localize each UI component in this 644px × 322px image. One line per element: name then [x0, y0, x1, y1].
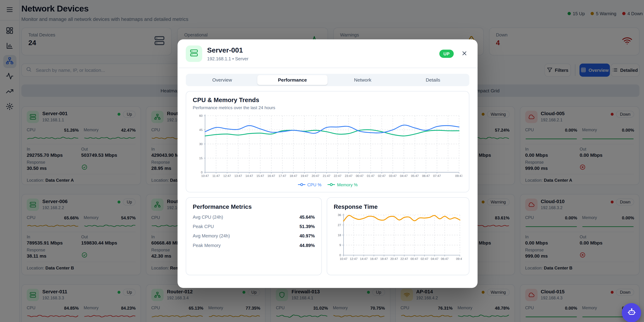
svg-text:19:47: 19:47	[301, 174, 308, 178]
svg-text:07:47: 07:47	[433, 174, 441, 178]
svg-text:04:47: 04:47	[431, 257, 438, 261]
metric-row: Avg Memory (24h)40.97%	[193, 233, 315, 238]
response-title: Response Time	[334, 203, 462, 210]
close-button[interactable]	[460, 48, 470, 59]
svg-text:45: 45	[199, 128, 202, 132]
modal-header: Server-001 192.168.1.1 • Server UP	[178, 39, 478, 68]
svg-text:23:47: 23:47	[345, 174, 352, 178]
metric-row: Avg CPU (24h)45.64%	[193, 215, 315, 220]
svg-text:02:47: 02:47	[421, 257, 428, 261]
svg-text:02:47: 02:47	[378, 174, 386, 178]
svg-text:00:47: 00:47	[410, 257, 418, 261]
cpu-memory-chart: 01530456010:4711:4712:4713:4714:4715:471…	[193, 112, 462, 181]
tab-details[interactable]: Details	[398, 75, 468, 85]
svg-text:0: 0	[201, 170, 202, 174]
app-viewport: Network Devices Monitor and manage all n…	[0, 0, 644, 322]
svg-text:03:47: 03:47	[389, 174, 396, 178]
svg-text:05:47: 05:47	[411, 174, 419, 178]
svg-text:17:47: 17:47	[278, 174, 286, 178]
legend-cpu[interactable]: CPU %	[298, 182, 322, 187]
modal-subtitle: 192.168.1.1 • Server	[207, 56, 434, 61]
assistant-fab-button[interactable]	[622, 303, 641, 322]
svg-text:14:47: 14:47	[245, 174, 253, 178]
bot-icon	[627, 308, 636, 318]
performance-metrics-panel: Performance Metrics Avg CPU (24h)45.64% …	[186, 197, 322, 275]
chart-legend: CPU % Memory %	[193, 182, 462, 189]
modal-title: Server-001	[207, 46, 434, 54]
svg-text:11:47: 11:47	[212, 174, 220, 178]
svg-text:15: 15	[199, 157, 202, 160]
device-detail-modal: Server-001 192.168.1.1 • Server UP Overv…	[178, 39, 478, 288]
svg-text:30: 30	[199, 142, 202, 146]
response-time-panel: Response Time 0918273610:4712:4714:4716:…	[327, 197, 470, 275]
svg-text:10:47: 10:47	[201, 174, 209, 178]
svg-text:60: 60	[199, 114, 202, 118]
svg-text:06:47: 06:47	[441, 257, 448, 261]
tab-performance[interactable]: Performance	[257, 75, 328, 85]
tab-overview[interactable]: Overview	[187, 75, 257, 85]
svg-text:14:47: 14:47	[360, 257, 368, 261]
metric-row: Peak Memory44.89%	[193, 243, 315, 248]
status-badge: UP	[439, 50, 454, 58]
trends-subtitle: Performance metrics over the last 24 hou…	[193, 105, 462, 110]
svg-text:09:47: 09:47	[455, 174, 462, 178]
svg-text:18:47: 18:47	[380, 257, 388, 261]
svg-text:18: 18	[338, 233, 341, 237]
svg-text:12:47: 12:47	[350, 257, 357, 261]
svg-text:9: 9	[340, 243, 341, 247]
svg-text:22:47: 22:47	[400, 257, 408, 261]
tab-network[interactable]: Network	[328, 75, 398, 85]
legend-memory[interactable]: Memory %	[327, 182, 358, 187]
svg-text:09:47: 09:47	[456, 257, 462, 261]
close-icon	[461, 50, 468, 58]
svg-text:22:47: 22:47	[334, 174, 342, 178]
svg-text:01:47: 01:47	[367, 174, 374, 178]
svg-text:15:47: 15:47	[256, 174, 264, 178]
device-type-icon	[186, 45, 202, 62]
svg-text:10:47: 10:47	[340, 257, 347, 261]
svg-text:06:47: 06:47	[422, 174, 430, 178]
modal-tabs: Overview Performance Network Details	[186, 74, 470, 86]
svg-text:20:47: 20:47	[312, 174, 319, 178]
svg-text:12:47: 12:47	[223, 174, 231, 178]
svg-text:16:47: 16:47	[370, 257, 378, 261]
svg-text:00:47: 00:47	[356, 174, 364, 178]
svg-text:16:47: 16:47	[268, 174, 275, 178]
svg-text:27: 27	[338, 223, 341, 227]
trends-title: CPU & Memory Trends	[193, 96, 462, 103]
response-time-chart: 0918273610:4712:4714:4716:4718:4720:4722…	[334, 212, 462, 265]
metric-row: Peak CPU51.39%	[193, 224, 315, 229]
svg-text:13:47: 13:47	[234, 174, 242, 178]
svg-text:0: 0	[340, 253, 341, 257]
svg-text:04:47: 04:47	[400, 174, 408, 178]
svg-text:36: 36	[338, 213, 341, 217]
svg-text:18:47: 18:47	[290, 174, 297, 178]
svg-text:21:47: 21:47	[322, 174, 330, 178]
svg-text:20:47: 20:47	[390, 257, 398, 261]
cpu-memory-trends-card: CPU & Memory Trends Performance metrics …	[186, 91, 470, 192]
metrics-title: Performance Metrics	[193, 203, 315, 210]
